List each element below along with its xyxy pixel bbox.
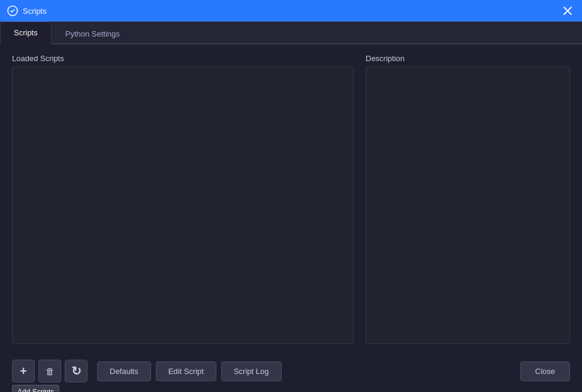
- loaded-scripts-label: Loaded Scripts: [12, 54, 354, 63]
- script-log-button[interactable]: Script Log: [221, 361, 282, 381]
- panels: Loaded Scripts Description: [12, 54, 570, 344]
- bottom-right: Close: [520, 361, 570, 381]
- defaults-button[interactable]: Defaults: [97, 361, 151, 381]
- title-bar: Scripts: [0, 0, 582, 22]
- tab-scripts[interactable]: Scripts: [0, 22, 52, 44]
- tab-bar: Scripts Python Settings: [0, 22, 582, 44]
- window-close-button[interactable]: [560, 4, 575, 18]
- left-panel: Loaded Scripts: [12, 54, 354, 344]
- title-bar-left: Scripts: [7, 5, 47, 16]
- icon-buttons: + 🗑 ↻: [12, 360, 88, 382]
- add-scripts-tooltip: Add Scripts: [12, 385, 59, 392]
- content-area: Loaded Scripts Description: [0, 44, 582, 354]
- description-area: [366, 67, 570, 344]
- scripts-icon: [7, 5, 18, 16]
- edit-script-button[interactable]: Edit Script: [156, 361, 216, 381]
- plus-icon: +: [20, 365, 27, 377]
- scripts-list[interactable]: [12, 67, 354, 344]
- description-label: Description: [366, 54, 570, 63]
- window-title: Scripts: [23, 7, 47, 16]
- refresh-icon: ↻: [71, 364, 82, 378]
- reload-scripts-button[interactable]: ↻: [65, 360, 88, 382]
- right-panel: Description: [366, 54, 570, 344]
- tab-python-settings[interactable]: Python Settings: [52, 23, 134, 44]
- remove-scripts-button[interactable]: 🗑: [38, 360, 61, 382]
- add-scripts-button[interactable]: +: [12, 360, 35, 382]
- bottom-left: + 🗑 ↻ Add Scripts: [12, 360, 88, 382]
- scripts-window: Scripts Scripts Python Settings Loaded S…: [0, 0, 582, 392]
- trash-icon: 🗑: [46, 366, 55, 376]
- action-buttons: Defaults Edit Script Script Log: [97, 361, 282, 381]
- close-dialog-button[interactable]: Close: [520, 361, 570, 381]
- bottom-bar: + 🗑 ↻ Add Scripts Defaults Edit Script S…: [0, 354, 582, 392]
